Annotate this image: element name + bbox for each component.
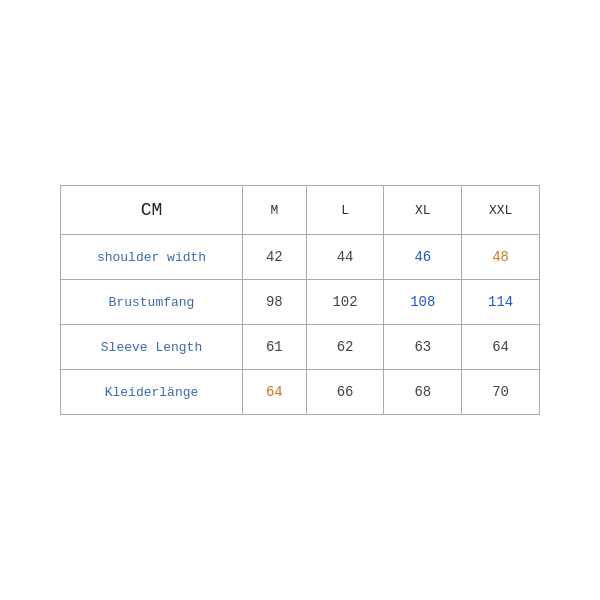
table-row: Kleiderlänge 64 66 68 70 [61, 370, 540, 415]
table-header-row: CM M L XL XXL [61, 186, 540, 235]
row-label-shoulder: shoulder width [61, 235, 243, 280]
row-sleeve-l: 62 [306, 325, 384, 370]
table-row: shoulder width 42 44 46 48 [61, 235, 540, 280]
header-m: M [243, 186, 307, 235]
size-chart-wrapper: CM M L XL XXL shoulder width 42 44 46 48… [60, 185, 540, 415]
table-row: Brustumfang 98 102 108 114 [61, 280, 540, 325]
row-label-sleeve: Sleeve Length [61, 325, 243, 370]
table-row: Sleeve Length 61 62 63 64 [61, 325, 540, 370]
header-xxl: XXL [462, 186, 540, 235]
row-brust-m: 98 [243, 280, 307, 325]
row-label-kleider: Kleiderlänge [61, 370, 243, 415]
row-kleider-m: 64 [243, 370, 307, 415]
row-brust-xl: 108 [384, 280, 462, 325]
row-kleider-xl: 68 [384, 370, 462, 415]
row-kleider-l: 66 [306, 370, 384, 415]
header-cm: CM [61, 186, 243, 235]
row-kleider-xxl: 70 [462, 370, 540, 415]
row-sleeve-m: 61 [243, 325, 307, 370]
row-shoulder-xl: 46 [384, 235, 462, 280]
header-l: L [306, 186, 384, 235]
row-sleeve-xl: 63 [384, 325, 462, 370]
row-shoulder-l: 44 [306, 235, 384, 280]
row-brust-xxl: 114 [462, 280, 540, 325]
header-xl: XL [384, 186, 462, 235]
row-shoulder-m: 42 [243, 235, 307, 280]
size-chart-table: CM M L XL XXL shoulder width 42 44 46 48… [60, 185, 540, 415]
row-shoulder-xxl: 48 [462, 235, 540, 280]
row-brust-l: 102 [306, 280, 384, 325]
row-sleeve-xxl: 64 [462, 325, 540, 370]
row-label-brust: Brustumfang [61, 280, 243, 325]
